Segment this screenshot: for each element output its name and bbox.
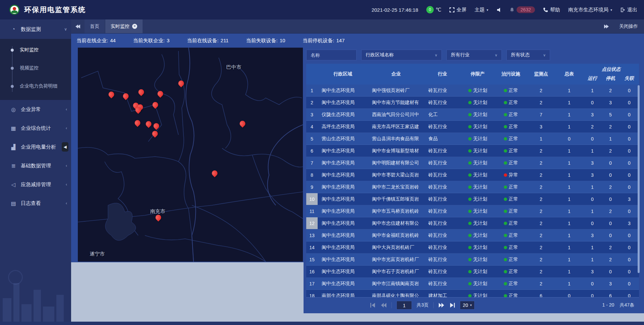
cell-district: 阆中生态环境局	[318, 217, 368, 229]
cell-industry: 砖瓦行业	[424, 97, 461, 108]
map-pin-icon[interactable]	[146, 120, 151, 127]
map-pin-icon[interactable]	[154, 122, 159, 129]
sidebar-item-log-view[interactable]: ▤ 日志查看 ‹	[0, 194, 71, 213]
table-row[interactable]: 2 阆中生态环境局 阆中市南方节能建材有 砖瓦行业 无计划 正常 2	[306, 97, 639, 109]
map-pin-icon[interactable]	[123, 92, 128, 100]
tabs-scroll-left-button[interactable]	[71, 19, 85, 33]
mute-button[interactable]	[496, 7, 501, 12]
cell-industry: 砖瓦行业	[424, 157, 461, 169]
cell-meters: 1	[555, 97, 583, 108]
first-page-button[interactable]	[370, 303, 376, 308]
chevron-down-icon: ∨	[435, 53, 437, 57]
table-row[interactable]: 13 阆中生态环境局 阆中市金福旺页岩机砖 砖瓦行业 无计划 正常 2	[306, 229, 639, 241]
next-page-button[interactable]	[438, 303, 444, 308]
cell-stopped: 3	[601, 97, 620, 108]
table-row[interactable]: 16 阆中生态环境局 阆中市石子页岩机砖厂 砖瓦行业 无计划 正常 2	[306, 266, 639, 278]
sidebar-item-emergency-reduction[interactable]: ◁ 应急减排管理 ‹	[0, 175, 71, 194]
table-row[interactable]: 4 高坪生态环境局 南充市高坪区王家店建 砖瓦行业 无计划 正常 3	[306, 121, 639, 133]
sidebar-subitem-realtime-monitor[interactable]: 实时监控	[0, 41, 71, 59]
map-pin-icon[interactable]	[108, 91, 114, 98]
cell-facility: 正常	[495, 157, 527, 169]
cell-offline: 0	[620, 290, 639, 297]
sidebar-item-label: 企业异常	[21, 106, 41, 113]
region-filter-select[interactable]: 行政区域名称∨	[361, 50, 442, 60]
logout-button[interactable]: 退出	[620, 7, 637, 13]
cell-district: 阆中生态环境局	[318, 254, 368, 265]
map-pin-icon[interactable]	[178, 79, 184, 87]
chevron-down-icon: ∨	[64, 27, 67, 32]
cell-offline: 3	[620, 193, 639, 205]
table-row[interactable]: 1 阆中生态环境局 阆中强锐页岩砖厂 砖瓦行业 无计划 正常 2	[306, 85, 639, 97]
table-row[interactable]: 3 仪陇生态环境局 西南油气田分公司川中 化工 无计划 正常 7	[306, 109, 639, 121]
page-size-select[interactable]: 20▾	[460, 301, 475, 310]
table-row[interactable]: 9 阆中生态环境局 阆中市二龙长宝页岩砖 砖瓦行业 无计划 正常 2	[306, 181, 639, 193]
table-row[interactable]: 6 阆中生态环境局 阆中市金博瑞新型墙材 砖瓦行业 无计划 正常 2	[306, 145, 639, 157]
cell-stopped: 0	[601, 157, 620, 169]
cell-company: 阆中市五马桥页岩机砖	[368, 205, 424, 217]
temperature: 0 ℃	[426, 6, 441, 13]
map-pin-icon[interactable]	[139, 88, 144, 96]
cell-meters: 0	[555, 290, 583, 297]
tab-realtime-monitor[interactable]: 实时监控 ✕	[105, 19, 143, 33]
app-logo	[9, 5, 19, 15]
status-filter-select[interactable]: 所有状态∨	[506, 50, 550, 60]
close-operations-button[interactable]: 关闭操作	[619, 23, 638, 30]
map-pin-icon[interactable]	[158, 90, 163, 97]
sidebar-subitem-video-monitor[interactable]: 视频监控	[0, 59, 71, 77]
table-row[interactable]: 12 阆中生态环境局 阆中市忠信建材有限公 砖瓦行业 无计划 正常 2	[306, 217, 639, 229]
last-page-button[interactable]	[449, 303, 455, 308]
fullscreen-button[interactable]: 全屏	[449, 7, 467, 13]
table-row[interactable]: 7 阆中生态环境局 阆中明阳建材有限公司 砖瓦行业 无计划 正常 2	[306, 157, 639, 169]
chevron-down-icon: ∨	[543, 53, 546, 57]
map-pin-icon[interactable]	[135, 119, 140, 126]
sidebar-item-data-monitoring[interactable]: ◔ 数据监测 ∨	[0, 19, 71, 39]
sidebar-item-power-usage-analysis[interactable]: ▟ 企业用电量分析 ‹	[0, 138, 71, 156]
map-pin-icon[interactable]	[212, 169, 217, 177]
map-pin-icon[interactable]	[240, 120, 246, 127]
row-index: 16	[306, 266, 318, 277]
org-menu[interactable]: 南充市生态环境局▾	[568, 7, 612, 13]
table-row[interactable]: 18 南部生态环境局 南部县砚化土陶有限公 建材加工 无计划 正常 6	[306, 290, 639, 297]
table-row[interactable]: 8 阆中生态环境局 阆中市枣碧大梁山页岩 砖瓦行业 无计划 异常 2	[306, 169, 639, 181]
cell-production: 无计划	[461, 241, 495, 253]
sidebar-subitem-label: 企业电力负荷明细	[20, 83, 57, 89]
cell-company: 阆中大兴页岩机砖厂	[368, 241, 424, 253]
help-button[interactable]: 帮助	[543, 7, 560, 13]
sidebar-item-enterprise-abnormal[interactable]: ◎ 企业异常 ‹	[0, 100, 71, 119]
tab-home[interactable]: 首页 ✕	[85, 19, 105, 33]
table-row[interactable]: 15 阆中生态环境局 阆中市光富页岩机砖厂 砖瓦行业 无计划 正常 2	[306, 254, 639, 266]
cell-points: 7	[527, 109, 555, 120]
sidebar-subitem-label: 实时监控	[20, 47, 39, 53]
table-row[interactable]: 5 营山生态环境局 营山县润丰肉食品有限 食品 无计划 正常 1	[306, 133, 639, 145]
table-row[interactable]: 10 阆中生态环境局 阆中千佛镇五郎垭页岩 砖瓦行业 无计划 正常 2	[306, 193, 639, 205]
status-dot	[468, 222, 472, 225]
row-index: 10	[306, 193, 318, 205]
cell-stopped: 1	[601, 133, 620, 145]
table-scrollbar[interactable]	[638, 85, 640, 273]
sidebar-subitem-power-load-detail[interactable]: 企业电力负荷明细	[0, 77, 71, 95]
map-pin-icon[interactable]	[152, 101, 158, 108]
map-collapse-button[interactable]: ◀	[62, 142, 68, 152]
table-row[interactable]: 11 阆中生态环境局 阆中市五马桥页岩机砖 砖瓦行业 无计划 正常 2	[306, 205, 639, 217]
map-panel[interactable]: 巴中市 南充市 遂宁市	[78, 48, 303, 262]
page-number-input[interactable]: 1	[396, 301, 412, 310]
table-row[interactable]: 14 阆中生态环境局 阆中大兴页岩机砖厂 砖瓦行业 无计划 正常 2	[306, 241, 639, 254]
cell-production: 无计划	[461, 278, 495, 289]
table-row[interactable]: 17 阆中生态环境局 阆中市江南镇阆南页岩 砖瓦行业 无计划 正常 2	[306, 278, 639, 290]
map-pin-icon[interactable]	[152, 130, 158, 137]
theme-menu[interactable]: 主题▾	[475, 7, 488, 13]
name-filter-input[interactable]	[306, 50, 357, 60]
stat-value: 10	[280, 38, 285, 44]
tab-close-icon[interactable]: ✕	[132, 24, 137, 29]
fullscreen-icon	[449, 7, 454, 12]
industry-filter-select[interactable]: 所有行业∨	[446, 50, 502, 60]
tabs-scroll-right-button[interactable]	[600, 24, 613, 29]
sidebar-item-base-data-management[interactable]: ≣ 基础数据管理 ‹	[0, 156, 71, 175]
notifications[interactable]: 2632	[509, 6, 535, 13]
map-pin-icon[interactable]	[135, 106, 141, 113]
sidebar-item-enterprise-statistics[interactable]: ▦ 企业综合统计 ‹	[0, 119, 71, 138]
cell-stopped: 2	[601, 145, 620, 157]
status-dot	[504, 173, 507, 177]
map-pin-icon[interactable]	[156, 214, 161, 221]
prev-page-button[interactable]	[381, 303, 387, 308]
